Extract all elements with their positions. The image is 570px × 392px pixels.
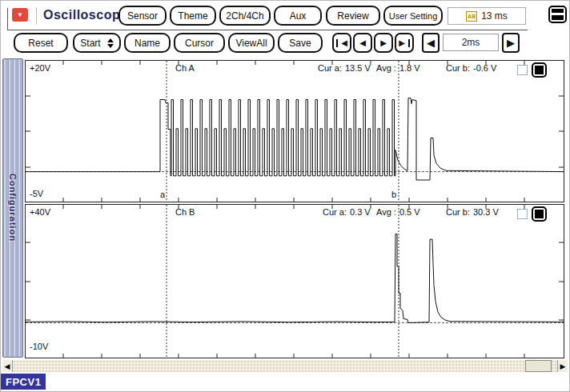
step-back-button[interactable]: ◀ bbox=[353, 33, 372, 53]
aux-button[interactable]: Aux bbox=[274, 6, 322, 26]
oscilloscope-window: { "window": { "title": "Oscilloscope", "… bbox=[0, 0, 570, 392]
avg-value: 0.5 V bbox=[399, 207, 420, 217]
channel-b-color-swatch bbox=[535, 210, 544, 218]
horizontal-scrollbar: ◀ ▶ bbox=[2, 360, 568, 372]
channel-a-plot[interactable] bbox=[25, 60, 564, 202]
skip-to-start-button[interactable]: ◀ bbox=[332, 33, 351, 53]
save-button[interactable]: Save bbox=[278, 33, 323, 53]
configuration-tab-label: Configuration bbox=[8, 174, 18, 242]
step-forward-button[interactable]: ▶ bbox=[374, 33, 393, 53]
channel-a-color-swatch bbox=[535, 66, 544, 74]
channel-b-avg-readout: Avg : 0.5 V bbox=[376, 207, 420, 217]
reset-button[interactable]: Reset bbox=[14, 33, 68, 53]
timebase-value-field[interactable]: 2ms bbox=[443, 34, 499, 51]
channel-b-top-voltage-label: +40V bbox=[30, 207, 50, 217]
title-separator bbox=[36, 7, 37, 24]
channel-a-cursor-a-readout: Cur a: 13.5 V bbox=[318, 63, 371, 73]
start-label: Start bbox=[80, 38, 100, 49]
hamburger-menu-icon[interactable] bbox=[548, 6, 567, 23]
cursor-a-value: 13.5 V bbox=[345, 63, 371, 73]
viewall-button[interactable]: ViewAll bbox=[228, 33, 275, 53]
cursor-a-marker-label: a bbox=[160, 190, 165, 199]
cursor-a-label: Cur a: bbox=[318, 63, 342, 73]
scroll-left-button[interactable]: ◀ bbox=[2, 360, 13, 372]
up-down-spinner-icon bbox=[107, 38, 114, 48]
channel-b-checkbox[interactable] bbox=[517, 209, 528, 219]
channel-a-checkbox[interactable] bbox=[517, 65, 528, 75]
app-title: Oscilloscope bbox=[43, 8, 128, 22]
channel-b-cursor-b-readout: Cur b: 30.3 V bbox=[446, 207, 499, 217]
prev-triangle-icon: ◀ bbox=[359, 38, 366, 47]
channel-a-bottom-voltage-label: -5V bbox=[30, 189, 43, 198]
name-button[interactable]: Name bbox=[124, 33, 171, 53]
channel-a-avg-readout: Avg : 1.8 V bbox=[376, 63, 420, 73]
cursor-a-label: Cur a: bbox=[323, 207, 347, 217]
status-badge: FPCV1 bbox=[1, 374, 46, 390]
cursor-ab-icon: AB bbox=[466, 11, 477, 22]
avg-label: Avg : bbox=[376, 63, 396, 73]
down-triangle-icon: ▼ bbox=[17, 11, 23, 18]
user-setting-button[interactable]: User Setting bbox=[383, 6, 443, 26]
channel-b-cursor-a-readout: Cur a: 0.3 V bbox=[323, 207, 371, 217]
cursor-b-label: Cur b: bbox=[446, 63, 470, 73]
cursor-b-label: Cur b: bbox=[446, 207, 470, 217]
hamburger-bars bbox=[552, 9, 564, 20]
bar-icon bbox=[408, 39, 410, 47]
cursor-delta-time-value: 13 ms bbox=[481, 10, 508, 22]
configuration-tab[interactable]: Configuration bbox=[2, 58, 23, 358]
bar-icon bbox=[336, 39, 338, 47]
cursor-b-value: -0.6 V bbox=[473, 63, 496, 73]
skip-to-end-button[interactable]: ▶ bbox=[395, 33, 414, 53]
cursor-button[interactable]: Cursor bbox=[174, 33, 225, 53]
app-menu-icon[interactable]: ▼ bbox=[12, 8, 28, 22]
sensor-button[interactable]: Sensor bbox=[118, 6, 167, 26]
timebase-increase-button[interactable]: ▶ bbox=[502, 33, 520, 53]
scrollbar-track[interactable] bbox=[13, 360, 557, 372]
cursor-b-value: 30.3 V bbox=[473, 207, 499, 217]
next-triangle-icon: ▶ bbox=[399, 38, 405, 47]
review-button[interactable]: Review bbox=[326, 6, 380, 26]
avg-label: Avg : bbox=[376, 207, 396, 217]
cursor-delta-time-display: AB 13 ms bbox=[448, 7, 526, 25]
timebase-value: 2ms bbox=[462, 37, 480, 48]
left-arrow-icon: ◀ bbox=[5, 362, 10, 370]
cursor-b-marker-label: b bbox=[391, 190, 396, 199]
toolbar-frame-left bbox=[7, 8, 8, 30]
channel-a-top-voltage-label: +20V bbox=[30, 63, 50, 73]
cursor-a-value: 0.3 V bbox=[350, 207, 371, 217]
prev-triangle-icon: ◀ bbox=[341, 38, 347, 47]
channel-b-bottom-voltage-label: -10V bbox=[30, 342, 48, 351]
toolbar-divider bbox=[7, 30, 528, 30]
scrollbar-thumb[interactable] bbox=[525, 360, 552, 372]
channel-b-color-button[interactable] bbox=[532, 206, 547, 222]
avg-value: 1.8 V bbox=[399, 63, 420, 73]
channel-a-color-button[interactable] bbox=[532, 62, 547, 78]
scroll-right-button[interactable]: ▶ bbox=[557, 360, 568, 372]
channel-a-name: Ch A bbox=[175, 63, 195, 73]
right-arrow-icon: ▶ bbox=[560, 362, 566, 370]
channel-b-plot[interactable] bbox=[25, 204, 564, 358]
channel-a-cursor-b-readout: Cur b: -0.6 V bbox=[446, 63, 496, 73]
right-arrow-icon: ▶ bbox=[507, 37, 515, 49]
timebase-decrease-button[interactable]: ◀ bbox=[422, 33, 440, 53]
left-arrow-icon: ◀ bbox=[427, 37, 435, 49]
channel-b-name: Ch B bbox=[175, 207, 195, 217]
theme-button[interactable]: Theme bbox=[170, 6, 216, 26]
channel-mode-button[interactable]: 2Ch/4Ch bbox=[219, 6, 271, 26]
next-triangle-icon: ▶ bbox=[380, 38, 387, 47]
start-dropdown[interactable]: Start bbox=[73, 33, 121, 53]
